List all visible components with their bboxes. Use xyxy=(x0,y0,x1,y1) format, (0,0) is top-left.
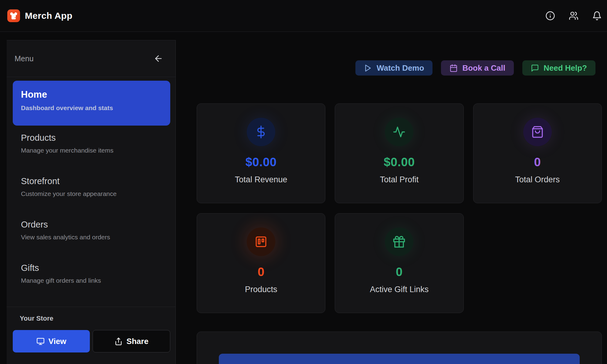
notifications-button[interactable] xyxy=(592,11,602,21)
nav-item-label: Orders xyxy=(21,220,164,230)
stat-icon-circle xyxy=(385,118,413,146)
users-icon xyxy=(569,11,578,21)
nav-item-label: Storefront xyxy=(21,176,164,186)
users-button[interactable] xyxy=(568,11,579,21)
topbar-actions xyxy=(545,11,602,21)
app-title: Merch App xyxy=(25,11,73,21)
stat-label: Active Gift Links xyxy=(370,285,429,294)
stat-card-total-revenue: $0.00 Total Revenue xyxy=(197,103,325,203)
sidebar: Menu Home Dashboard overview and stats P… xyxy=(7,40,176,364)
bell-icon xyxy=(592,11,602,21)
stat-card-products: 0 Products xyxy=(197,213,325,313)
nav-item-description: Customize your store appearance xyxy=(21,190,164,197)
stat-card-total-profit: $0.00 Total Profit xyxy=(335,103,463,203)
merch-app-window: Merch App Menu xyxy=(0,0,607,364)
store-section-label: Your Store xyxy=(20,315,170,322)
stat-value: $0.00 xyxy=(246,155,277,169)
stat-value: 0 xyxy=(396,265,403,279)
stat-icon-circle xyxy=(247,118,275,146)
nav-item-description: View sales analytics and orders xyxy=(21,234,164,241)
share-icon xyxy=(114,337,123,345)
play-icon xyxy=(364,64,372,72)
view-store-button[interactable]: View xyxy=(13,330,90,352)
sidebar-item-home[interactable]: Home Dashboard overview and stats xyxy=(13,81,170,126)
stat-icon-circle xyxy=(523,118,552,146)
sidebar-item-storefront[interactable]: Storefront Customize your store appearan… xyxy=(13,169,170,212)
arrow-left-icon xyxy=(154,54,163,63)
stat-label: Total Orders xyxy=(515,175,560,184)
share-store-button[interactable]: Share xyxy=(93,330,170,352)
sidebar-nav: Home Dashboard overview and stats Produc… xyxy=(7,77,175,299)
activity-icon xyxy=(393,126,405,138)
sidebar-item-gifts[interactable]: Gifts Manage gift orders and links xyxy=(13,256,170,299)
nav-item-description: Manage gift orders and links xyxy=(21,277,164,284)
tshirt-icon xyxy=(9,12,18,20)
nav-item-label: Products xyxy=(21,133,164,143)
gift-icon xyxy=(393,235,405,248)
stat-card-total-orders: 0 Total Orders xyxy=(473,103,602,203)
menu-label: Menu xyxy=(15,54,34,63)
stat-icon-circle xyxy=(385,228,413,256)
shopping-bag-icon xyxy=(531,126,544,138)
stats-grid: $0.00 Total Revenue $0.00 Total Profit xyxy=(197,103,602,313)
stat-label: Total Profit xyxy=(380,175,419,184)
main-content: Watch Demo Book a Call Need Help? xyxy=(176,32,607,364)
app-logo xyxy=(7,9,20,22)
stat-label: Products xyxy=(245,285,277,294)
bottom-panel xyxy=(197,332,602,364)
view-store-label: View xyxy=(49,337,66,346)
nav-item-description: Dashboard overview and stats xyxy=(21,104,164,112)
book-call-label: Book a Call xyxy=(462,63,505,73)
collapse-sidebar-button[interactable] xyxy=(154,54,163,63)
quick-actions: Watch Demo Book a Call Need Help? xyxy=(355,60,595,76)
stat-value: $0.00 xyxy=(384,155,415,169)
topbar: Merch App xyxy=(0,0,607,32)
stat-value: 0 xyxy=(258,265,265,279)
stat-card-active-gift-links: 0 Active Gift Links xyxy=(335,213,463,313)
message-square-icon xyxy=(531,64,539,72)
info-icon xyxy=(545,11,555,21)
board-icon xyxy=(255,235,267,248)
book-call-button[interactable]: Book a Call xyxy=(441,60,514,76)
need-help-label: Need Help? xyxy=(544,63,587,73)
calendar-icon xyxy=(449,64,458,72)
nav-item-label: Gifts xyxy=(21,263,164,273)
sidebar-header: Menu xyxy=(7,40,175,77)
bottom-panel-cta[interactable] xyxy=(219,354,580,364)
nav-item-label: Home xyxy=(21,89,164,100)
sidebar-item-products[interactable]: Products Manage your merchandise items xyxy=(13,126,170,169)
share-store-label: Share xyxy=(127,337,148,346)
stat-label: Total Revenue xyxy=(235,175,287,184)
watch-demo-button[interactable]: Watch Demo xyxy=(355,60,433,76)
dollar-icon xyxy=(255,126,267,138)
sidebar-item-orders[interactable]: Orders View sales analytics and orders xyxy=(13,212,170,256)
monitor-icon xyxy=(36,337,45,345)
info-button[interactable] xyxy=(545,11,555,21)
watch-demo-label: Watch Demo xyxy=(377,63,424,73)
nav-item-description: Manage your merchandise items xyxy=(21,147,164,154)
stat-value: 0 xyxy=(534,155,541,169)
need-help-button[interactable]: Need Help? xyxy=(522,60,595,76)
store-section: Your Store View Share xyxy=(7,307,175,352)
store-buttons: View Share xyxy=(13,330,170,352)
stat-icon-circle xyxy=(247,228,275,256)
